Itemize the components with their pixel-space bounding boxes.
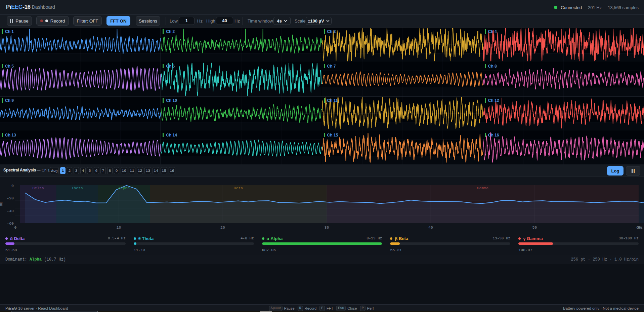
svg-text:dB: dB: [0, 201, 3, 206]
svg-text:Gamma: Gamma: [477, 186, 489, 190]
svg-text:Theta: Theta: [71, 186, 83, 190]
svg-text:-60: -60: [7, 221, 14, 226]
svg-text:0: 0: [14, 225, 17, 230]
svg-text:30: 30: [325, 225, 329, 230]
svg-text:Alpha: Alpha: [118, 186, 130, 190]
svg-text:Delta: Delta: [32, 186, 44, 190]
svg-text:Hz: Hz: [638, 225, 643, 230]
svg-text:20: 20: [220, 225, 225, 230]
svg-text:-40: -40: [7, 209, 14, 213]
svg-text:40: 40: [428, 225, 433, 230]
svg-text:0: 0: [11, 184, 14, 188]
svg-text:Beta: Beta: [234, 186, 243, 190]
svg-text:10: 10: [117, 225, 121, 230]
svg-text:50: 50: [532, 225, 537, 230]
svg-text:-20: -20: [7, 196, 14, 200]
